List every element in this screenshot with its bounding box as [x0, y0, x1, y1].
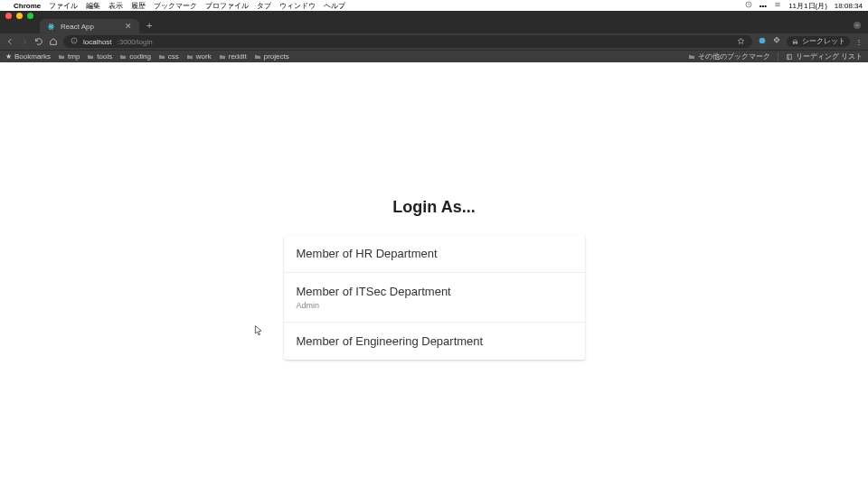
bookmark-folder[interactable]: work — [186, 52, 212, 61]
page-title: Login As... — [284, 198, 585, 217]
login-option-title: Member of Engineering Department — [297, 334, 572, 348]
menubar-date: 11月1日(月) — [788, 1, 827, 11]
login-option-hr[interactable]: Member of HR Department — [284, 235, 585, 273]
divider — [778, 52, 778, 61]
url-path: :3000/login — [118, 38, 153, 46]
menubar-item-view[interactable]: 表示 — [108, 1, 123, 11]
page-content: Login As... Member of HR Department Memb… — [0, 62, 868, 488]
macos-menubar: Chrome ファイル 編集 表示 履歴 ブックマーク プロファイル タブ ウィ… — [0, 0, 868, 11]
bookmark-folder[interactable]: reddit — [219, 52, 247, 61]
menubar-item-window[interactable]: ウィンドウ — [279, 1, 316, 11]
forward-button — [20, 33, 29, 50]
other-bookmarks[interactable]: その他のブックマーク — [688, 52, 770, 61]
login-option-title: Member of ITSec Department — [297, 285, 572, 298]
incognito-badge[interactable]: シークレット — [787, 36, 850, 47]
menubar-item-tab[interactable]: タブ — [257, 1, 271, 11]
reload-button[interactable] — [34, 33, 43, 50]
site-info-icon[interactable] — [71, 37, 78, 46]
extension-icon-2[interactable] — [772, 36, 781, 47]
bookmark-folder[interactable]: tmp — [58, 52, 80, 61]
login-option-subtitle: Admin — [297, 301, 572, 310]
menubar-time: 18:08:34 — [835, 2, 863, 10]
login-options-card: Member of HR Department Member of ITSec … — [284, 235, 585, 360]
tab-title: React App — [61, 23, 94, 31]
menubar-item-bookmarks[interactable]: ブックマーク — [154, 1, 197, 11]
login-option-itsec[interactable]: Member of ITSec Department Admin — [284, 273, 585, 323]
extension-icon-1[interactable] — [758, 36, 767, 47]
back-button[interactable] — [5, 33, 14, 50]
tab-search-button[interactable] — [854, 22, 861, 29]
url-host: localhost — [83, 38, 112, 46]
menubar-item-edit[interactable]: 編集 — [86, 1, 100, 11]
login-option-engineering[interactable]: Member of Engineering Department — [284, 323, 585, 360]
bookmark-folder[interactable]: css — [158, 52, 179, 61]
menubar-app-name[interactable]: Chrome — [14, 2, 41, 10]
home-button[interactable] — [49, 33, 58, 50]
bookmark-folder[interactable]: projects — [254, 52, 289, 61]
login-option-title: Member of HR Department — [297, 247, 572, 260]
incognito-label: シークレット — [802, 37, 845, 46]
menubar-hamburger-icon[interactable] — [774, 1, 781, 10]
browser-chrome: React App ✕ + localhost:3000/login シークレ — [0, 11, 868, 62]
menubar-overflow-icon[interactable]: ••• — [760, 2, 767, 10]
browser-menu-icon[interactable]: ⋮ — [855, 38, 863, 46]
window-controls — [0, 11, 868, 17]
bookmark-folder[interactable]: tools — [87, 52, 112, 61]
menubar-item-file[interactable]: ファイル — [49, 1, 78, 11]
reading-list[interactable]: リーディング リスト — [786, 52, 863, 61]
bookmark-folder[interactable]: coding — [119, 52, 151, 61]
menubar-status-icon[interactable] — [745, 1, 752, 10]
bookmarks-bar: ★Bookmarks tmp tools coding css work red… — [0, 50, 868, 62]
browser-tab[interactable]: React App ✕ — [40, 19, 139, 33]
svg-point-6 — [760, 38, 766, 44]
tab-bar: React App ✕ + — [0, 17, 868, 33]
bookmark-item[interactable]: ★Bookmarks — [5, 52, 51, 61]
bookmark-star-icon[interactable] — [737, 37, 745, 47]
react-favicon-icon — [47, 23, 55, 31]
menubar-item-profile[interactable]: プロファイル — [205, 1, 249, 11]
new-tab-button[interactable]: + — [146, 20, 152, 31]
mouse-cursor-icon — [254, 324, 263, 340]
tab-close-icon[interactable]: ✕ — [125, 22, 132, 31]
menubar-item-history[interactable]: 履歴 — [131, 1, 146, 11]
browser-toolbar: localhost:3000/login シークレット ⋮ — [0, 33, 868, 50]
menubar-item-help[interactable]: ヘルプ — [324, 1, 345, 11]
address-bar[interactable]: localhost:3000/login — [63, 35, 752, 48]
svg-point-1 — [51, 25, 52, 26]
